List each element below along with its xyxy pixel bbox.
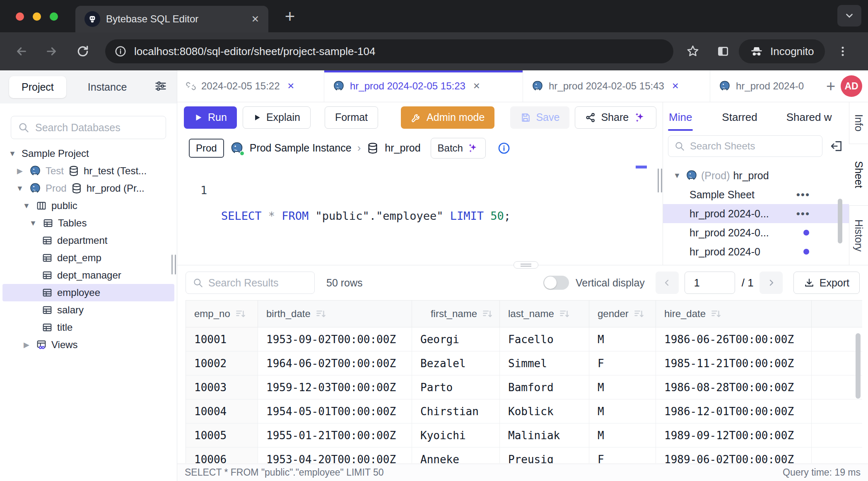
column-header[interactable]: hire_date — [656, 301, 812, 327]
browser-tab[interactable]: Bytebase SQL Editor ✕ — [75, 6, 268, 32]
cell[interactable]: 10004 — [186, 399, 258, 423]
cell[interactable]: 10002 — [186, 351, 258, 375]
sort-icon[interactable] — [235, 308, 246, 319]
sheet-item[interactable]: Sample Sheet ••• — [663, 185, 849, 204]
sort-icon[interactable] — [316, 308, 326, 319]
close-worksheet-icon[interactable]: ✕ — [672, 81, 679, 91]
cell[interactable]: M — [589, 399, 656, 423]
cell[interactable]: Parto — [412, 375, 500, 399]
window-controls[interactable] — [16, 12, 58, 21]
table-row[interactable]: 10004 1954-05-01T00:00:00Z Chirstian Kob… — [186, 399, 862, 423]
cell[interactable]: 1989-09-12T00:00:00Z — [656, 423, 812, 447]
sheet-group-hr-prod[interactable]: ▼ (Prod) hr_prod — [663, 166, 849, 185]
cell[interactable]: 10006 — [186, 447, 258, 463]
cell[interactable]: M — [589, 327, 656, 351]
side-panel-icon[interactable] — [716, 45, 730, 58]
cell[interactable]: M — [589, 423, 656, 447]
close-worksheet-icon[interactable]: ✕ — [473, 81, 480, 91]
prev-page-button[interactable] — [656, 272, 679, 294]
sort-icon[interactable] — [711, 308, 721, 319]
cell[interactable]: 10005 — [186, 423, 258, 447]
tree-item-table-dept-manager[interactable]: dept_manager — [2, 267, 174, 284]
site-info-icon[interactable] — [114, 45, 127, 58]
tab-instance[interactable]: Instance — [77, 76, 138, 98]
column-header[interactable]: first_name — [412, 301, 500, 327]
caret-down-icon[interactable]: ▼ — [22, 202, 31, 210]
cell[interactable]: M — [589, 375, 656, 399]
sheet-menu-icon[interactable]: ••• — [796, 207, 810, 220]
panel-resize-handle[interactable] — [658, 168, 662, 192]
sheets-scrollbar[interactable] — [838, 199, 842, 243]
table-scrollbar[interactable] — [856, 333, 861, 399]
bookmark-star-icon[interactable] — [686, 44, 700, 58]
tab-shared-with-me[interactable]: Shared w — [786, 111, 832, 124]
info-icon[interactable] — [497, 142, 511, 155]
cell[interactable]: Georgi — [412, 327, 500, 351]
table-row[interactable]: 10002 1964-06-02T00:00:00Z Bezalel Simme… — [186, 351, 862, 375]
tab-search-chevron-button[interactable] — [837, 5, 861, 26]
sheet-item-partial[interactable]: hr_prod 2024-0... — [663, 160, 849, 166]
sort-icon[interactable] — [482, 308, 493, 319]
tab-starred[interactable]: Starred — [722, 111, 757, 124]
cell[interactable]: Facello — [500, 327, 589, 351]
sort-icon[interactable] — [634, 308, 644, 319]
sheet-item[interactable]: hr_prod 2024-0... — [663, 223, 849, 242]
sheet-item[interactable]: hr_prod 2024-0 — [663, 242, 849, 261]
table-row[interactable]: 10005 1955-01-21T00:00:00Z Kyoichi Malin… — [186, 423, 862, 447]
cell[interactable]: Bezalel — [412, 351, 500, 375]
close-window-button[interactable] — [16, 12, 24, 21]
close-tab-icon[interactable]: ✕ — [251, 14, 259, 25]
cell[interactable]: F — [589, 351, 656, 375]
results-search[interactable] — [186, 272, 315, 294]
table-row-partial[interactable]: 10006 1953-04-20T00:00:00Z Anneke Preusi… — [186, 447, 862, 463]
caret-down-icon[interactable]: ▼ — [672, 171, 682, 180]
caret-right-icon[interactable]: ▶ — [22, 340, 31, 349]
back-icon[interactable] — [15, 45, 28, 58]
tree-item-table-employee[interactable]: employee — [2, 284, 174, 301]
vertical-display-toggle[interactable] — [543, 276, 569, 290]
close-worksheet-icon[interactable]: ✕ — [287, 81, 295, 91]
cell[interactable]: Kyoichi — [412, 423, 500, 447]
tab-project[interactable]: Project — [9, 76, 66, 98]
tab-sheet-active[interactable]: Sheet — [849, 144, 868, 206]
cell[interactable]: 1959-12-03T00:00:00Z — [258, 375, 412, 399]
tree-item-hr-test[interactable]: ▶ Test hr_test (Test... — [2, 162, 174, 180]
table-row[interactable]: 10003 1959-12-03T00:00:00Z Parto Bamford… — [186, 375, 862, 399]
import-sheet-icon[interactable] — [830, 139, 843, 153]
address-bar[interactable]: localhost:8080/sql-editor/sheet/project-… — [105, 39, 673, 63]
cell[interactable]: 1954-05-01T00:00:00Z — [258, 399, 412, 423]
cell[interactable]: 1989-06-02T00:00:00Z — [656, 447, 812, 463]
tab-mine[interactable]: Mine — [669, 111, 692, 124]
worksheet-tab-2-active[interactable]: hr_prod 2024-02-05 15:23 ✕ — [324, 70, 523, 102]
caret-down-icon[interactable]: ▼ — [7, 149, 17, 158]
sheet-item-selected[interactable]: hr_prod 2024-0... ••• — [663, 204, 849, 223]
cell[interactable]: 1953-09-02T00:00:00Z — [258, 327, 412, 351]
database-name[interactable]: hr_prod — [385, 142, 420, 154]
cell[interactable]: 1986-08-28T00:00:00Z — [656, 375, 812, 399]
cell[interactable]: Simmel — [500, 351, 589, 375]
sql-code-area[interactable]: 1 SELECT * FROM "public"."employee" LIMI… — [177, 164, 657, 248]
cell[interactable]: 10001 — [186, 327, 258, 351]
table-row[interactable]: 10001 1953-09-02T00:00:00Z Georgi Facell… — [186, 327, 862, 351]
tree-item-hr-prod[interactable]: ▼ Prod hr_prod (Pr... — [2, 180, 174, 197]
sidebar-resize-handle[interactable] — [171, 255, 176, 274]
caret-right-icon[interactable]: ▶ — [15, 166, 25, 176]
cell[interactable]: Preusig — [500, 447, 589, 463]
browser-menu-icon[interactable] — [837, 45, 849, 58]
explain-button[interactable]: Explain — [243, 106, 311, 129]
new-worksheet-button[interactable]: + — [826, 77, 835, 95]
search-results-input[interactable] — [208, 277, 308, 289]
cell[interactable]: Chirstian — [412, 399, 500, 423]
tree-item-schema-public[interactable]: ▼ public — [2, 197, 174, 214]
reload-icon[interactable] — [76, 45, 89, 58]
sheets-search[interactable] — [668, 135, 822, 157]
user-avatar[interactable]: AD — [841, 75, 862, 97]
forward-icon[interactable] — [45, 45, 58, 58]
tab-history[interactable]: History — [849, 206, 868, 265]
page-number-input[interactable] — [685, 272, 735, 294]
worksheet-tab-3[interactable]: hr_prod 2024-02-05 15:43 ✕ — [523, 70, 710, 102]
cell[interactable]: 1985-11-21T00:00:00Z — [656, 351, 812, 375]
search-sheets-input[interactable] — [690, 140, 816, 152]
cell[interactable]: Anneke — [412, 447, 500, 463]
sort-icon[interactable] — [559, 308, 570, 319]
